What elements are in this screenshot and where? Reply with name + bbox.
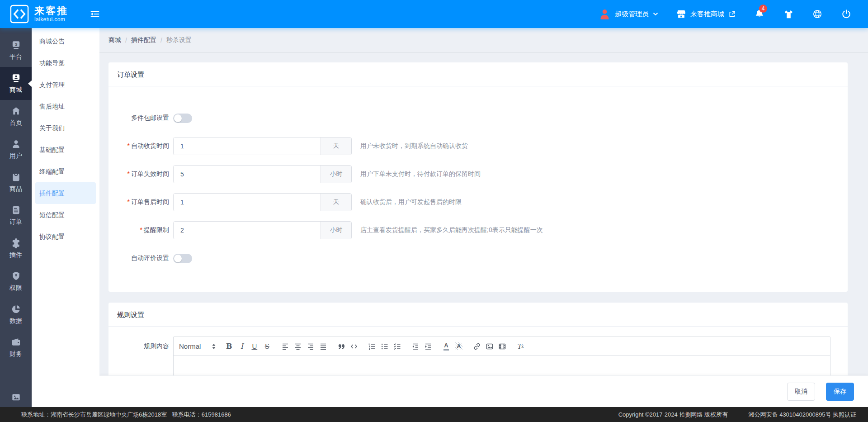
sidebar-item-home[interactable]: 首页	[0, 100, 32, 133]
video-button[interactable]	[496, 341, 508, 352]
language-button[interactable]	[812, 9, 823, 19]
avatar	[599, 8, 611, 20]
sidebar-collapse-button[interactable]	[90, 9, 100, 19]
background-color-button[interactable]: A	[453, 341, 464, 352]
notification-badge: 4	[759, 5, 767, 13]
align-justify-button[interactable]	[317, 341, 329, 352]
sidebar-item-finance[interactable]: 财务	[0, 331, 32, 364]
auto-receipt-time-input[interactable]	[174, 138, 321, 155]
form-row-order-expire: *订单失效时间 小时 用户下单未支付时，待付款订单的保留时间	[108, 165, 848, 183]
field-label: 规则内容	[108, 337, 169, 356]
platform-s-icon: S	[11, 40, 21, 50]
text-color-button[interactable]: A	[440, 341, 452, 352]
image-button[interactable]	[484, 341, 495, 352]
field-hint: 确认收货后，用户可发起售后的时限	[360, 198, 462, 206]
brand-title: 来客推	[34, 5, 68, 16]
bold-button[interactable]: B	[223, 341, 235, 352]
globe-icon	[812, 9, 822, 19]
save-button[interactable]: 保存	[826, 383, 854, 401]
secondary-nav-item[interactable]: 短信配置	[35, 204, 96, 226]
field-label: *自动收货时间	[108, 142, 169, 150]
underline-button[interactable]: U	[249, 341, 260, 352]
breadcrumb-item[interactable]: 商城	[108, 36, 121, 44]
order-settings-card: 订单设置 多件包邮设置 *自动收货时间 天 用户未收货时，到期系统自动确认收货	[108, 62, 848, 292]
cancel-button[interactable]: 取消	[787, 383, 815, 401]
top-header: 来客推 laiketui.com 超级管理员	[0, 0, 868, 28]
form-row-auto-review: 自动评价设置	[108, 249, 848, 267]
sidebar-item-order[interactable]: 订单	[0, 199, 32, 232]
code-button[interactable]	[348, 341, 359, 352]
strikethrough-button[interactable]: S	[261, 341, 273, 352]
outdent-button[interactable]	[410, 341, 421, 352]
sidebar-item-mall[interactable]: 商城	[0, 67, 32, 100]
field-label: *提醒限制	[108, 226, 169, 234]
tshirt-button[interactable]	[783, 9, 794, 19]
sidebar-item-data[interactable]: 数据	[0, 298, 32, 331]
check-list-button[interactable]	[392, 341, 403, 352]
breadcrumb-current: 秒杀设置	[166, 36, 192, 44]
logout-button[interactable]	[841, 9, 852, 19]
align-center-button[interactable]	[292, 341, 303, 352]
breadcrumb-separator: /	[160, 37, 162, 44]
secondary-nav-item[interactable]: 商城公告	[35, 30, 96, 52]
remind-limit-input[interactable]	[174, 222, 321, 239]
secondary-nav-item[interactable]: 功能导览	[35, 52, 96, 74]
sidebar-item-user[interactable]: 用户	[0, 133, 32, 166]
home-icon	[11, 106, 21, 116]
power-icon	[841, 9, 851, 19]
clear-format-button[interactable]: Tx	[514, 341, 526, 352]
sidebar-item-plugin[interactable]: 插件	[0, 232, 32, 265]
blockquote-button[interactable]	[335, 341, 347, 352]
field-label: 多件包邮设置	[108, 114, 169, 122]
shop-link[interactable]: 来客推商城	[676, 9, 736, 19]
field-label: *订单售后时间	[108, 198, 169, 206]
footer-address: 联系地址：湖南省长沙市岳麓区绿地中央广场6栋2018室	[21, 411, 167, 418]
breadcrumb-separator: /	[125, 37, 127, 44]
form-row-auto-receipt: *自动收货时间 天 用户未收货时，到期系统自动确认收货	[108, 137, 848, 155]
align-right-button[interactable]	[305, 341, 316, 352]
sidebar-item-goods[interactable]: 商品	[0, 166, 32, 199]
required-marker: *	[127, 198, 130, 205]
auto-review-toggle[interactable]	[173, 254, 192, 263]
link-button[interactable]	[471, 341, 482, 352]
sidebar-item-gallery[interactable]	[0, 382, 32, 407]
shop-name-label: 来客推商城	[690, 10, 724, 19]
required-marker: *	[140, 226, 142, 233]
unit-suffix: 天	[321, 194, 351, 211]
order-expire-time-input[interactable]	[174, 166, 321, 183]
format-picker[interactable]: Normal	[179, 342, 216, 350]
field-hint: 用户下单未支付时，待付款订单的保留时间	[360, 170, 481, 178]
required-marker: *	[127, 170, 130, 177]
italic-button[interactable]: I	[236, 341, 247, 352]
form-action-bar: 取消 保存	[99, 375, 868, 407]
secondary-nav-item[interactable]: 终端配置	[35, 161, 96, 182]
after-sale-time-input[interactable]	[174, 194, 321, 211]
multi-free-shipping-toggle[interactable]	[173, 114, 192, 123]
unit-suffix: 小时	[321, 166, 351, 183]
user-menu[interactable]: 超级管理员	[599, 8, 658, 20]
bullet-list-button[interactable]	[379, 341, 390, 352]
sidebar-item-platform[interactable]: S 平台	[0, 34, 32, 67]
footer-phone: 联系电话：615981686	[172, 411, 231, 418]
notifications-button[interactable]: 4	[754, 9, 765, 19]
secondary-sidebar: 商城公告 功能导览 支付管理 售后地址 关于我们 基础配置 终端配置 插件配置 …	[32, 28, 99, 407]
indent-button[interactable]	[422, 341, 434, 352]
field-hint: 店主查看发货提醒后，买家多久后能再次提醒;0表示只能提醒一次	[360, 226, 543, 234]
secondary-nav-item[interactable]: 售后地址	[35, 95, 96, 117]
ordered-list-button[interactable]	[366, 341, 377, 352]
order-clipboard-icon	[11, 205, 21, 215]
app-logo[interactable]: 来客推 laiketui.com	[0, 5, 80, 24]
footer-icp-link[interactable]: 湘公网安备 43010402000895号 执照认证	[749, 411, 856, 418]
picker-arrows-icon	[212, 343, 216, 350]
page-footer: 联系地址：湖南省长沙市岳麓区绿地中央广场6栋2018室 联系电话：6159816…	[0, 407, 868, 422]
logo-icon	[10, 5, 29, 24]
secondary-nav-item[interactable]: 关于我们	[35, 117, 96, 139]
secondary-nav-item-active[interactable]: 插件配置	[35, 182, 96, 204]
sidebar-item-permission[interactable]: 权限	[0, 265, 32, 298]
align-left-button[interactable]	[279, 341, 291, 352]
secondary-nav-item[interactable]: 协议配置	[35, 226, 96, 247]
secondary-nav-item[interactable]: 支付管理	[35, 74, 96, 95]
secondary-nav-item[interactable]: 基础配置	[35, 139, 96, 161]
breadcrumb-item[interactable]: 插件配置	[131, 36, 156, 44]
tshirt-icon	[783, 9, 794, 19]
